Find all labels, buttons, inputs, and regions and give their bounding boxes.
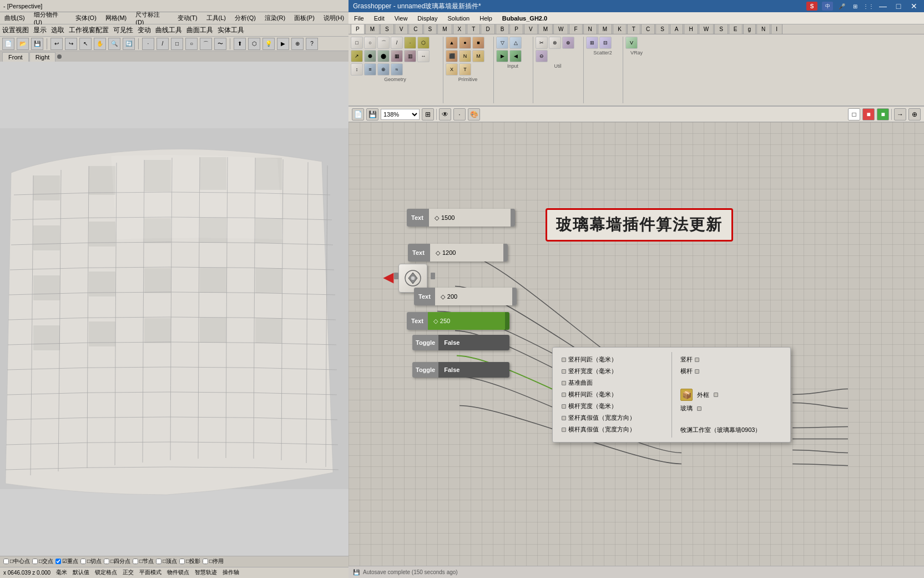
snap-intersect[interactable]: □交点 (32, 557, 53, 565)
tab-M4[interactable]: M (598, 24, 612, 34)
text200-value[interactable]: ◇ 200 (435, 288, 512, 305)
snap-project[interactable]: □投影 (179, 557, 200, 565)
grid-btn[interactable]: ⊞ (851, 2, 860, 11)
tab-options-icon[interactable] (57, 54, 62, 59)
tab-V2[interactable]: V (524, 24, 538, 34)
preview-off-btn[interactable]: · (453, 108, 466, 120)
new-btn[interactable]: 📄 (2, 38, 14, 50)
icon-data1[interactable]: ≡ (364, 63, 376, 76)
menu-panels[interactable]: 面板(P) (292, 13, 317, 23)
smart-track[interactable]: 智慧轨迹 (195, 569, 217, 576)
icon-line[interactable]: / (391, 37, 403, 49)
tab-E[interactable]: E (729, 24, 743, 34)
icon-point[interactable]: · (404, 37, 416, 49)
snap-mid[interactable]: ☑重点 (55, 557, 78, 565)
icon-surface2[interactable]: ⬤ (377, 50, 390, 62)
green-btn[interactable]: ■ (877, 108, 889, 120)
node-text-1200[interactable]: Text ◇ 1200 (408, 244, 508, 262)
tab-K[interactable]: K (613, 24, 627, 34)
snap-vertex[interactable]: □顶点 (156, 557, 177, 565)
help-icon-btn[interactable]: ? (306, 38, 318, 50)
tab-C2[interactable]: C (641, 24, 655, 34)
input-icon4[interactable]: ◀ (509, 50, 522, 62)
gh-menu-display[interactable]: Display (414, 14, 441, 23)
toggle2-value[interactable]: False (438, 362, 505, 378)
prim-icon8[interactable]: T (459, 63, 471, 76)
red-btn[interactable]: ■ (862, 108, 875, 120)
zoom-extents-btn[interactable]: ⊞ (422, 108, 434, 120)
sec-menu-viewport[interactable]: 设置视图 (2, 26, 29, 35)
gh-canvas[interactable]: 玻璃幕墙插件算法更新 Text ◇ 1500 Text ◇ 1200 (349, 122, 924, 578)
icon-data2[interactable]: ⊕ (377, 63, 390, 76)
select-btn[interactable]: ↖ (79, 38, 92, 50)
right-btn1[interactable]: → (894, 108, 906, 120)
right-btn2[interactable]: ⊕ (908, 108, 921, 120)
node-text-250[interactable]: Text ◇ 250 (407, 312, 509, 330)
toggle1-out[interactable] (505, 335, 509, 350)
tab-M2[interactable]: M (437, 24, 452, 34)
gh-menu-bubalus[interactable]: Bubalus_GH2.0 (499, 14, 551, 23)
icon-arc[interactable]: ⌒ (377, 37, 390, 49)
prim-icon6[interactable]: M (472, 50, 484, 62)
sec-menu-transform[interactable]: 变动 (138, 26, 151, 35)
icon-vector[interactable]: ↗ (351, 50, 363, 62)
prim-icon1[interactable]: ▲ (446, 37, 458, 49)
input-icon1[interactable]: ▽ (496, 37, 508, 49)
circle-btn[interactable]: ○ (185, 38, 198, 50)
menu-tools[interactable]: 工具(L) (204, 13, 228, 23)
tab-P2[interactable]: P (509, 24, 523, 34)
undo-btn[interactable]: ↩ (51, 38, 63, 50)
icon-plane[interactable]: ⬡ (417, 37, 430, 49)
text1500-value[interactable]: ◇ 1500 (429, 209, 511, 227)
util-icon2[interactable]: ⊗ (549, 37, 561, 49)
obj-snap[interactable]: 物件锁点 (167, 569, 189, 576)
node-text-200[interactable]: Text ◇ 200 (414, 288, 517, 305)
point-btn[interactable]: · (142, 38, 154, 50)
icon-mesh1[interactable]: ▦ (391, 50, 403, 62)
snap-center[interactable]: □中心点 (3, 557, 30, 565)
node-toggle-1[interactable]: Toggle False (412, 335, 509, 350)
component-panel[interactable]: 竖杆间距（毫米） 竖杆宽度（毫米） 基准曲面 横杆间距（毫米） 横杆宽度（毫米） (552, 347, 791, 443)
gh-menu-view[interactable]: View (391, 14, 411, 23)
menu-curves[interactable]: 曲线(S) (2, 13, 27, 23)
prim-icon3[interactable]: ■ (472, 37, 484, 49)
ortho[interactable]: 正交 (123, 569, 134, 576)
tab-front[interactable]: Front (2, 52, 29, 62)
tab-S4[interactable]: S (714, 24, 728, 34)
menu-help[interactable]: 说明(H) (321, 13, 346, 23)
prim-icon2[interactable]: ● (459, 37, 471, 49)
tab-C[interactable]: C (408, 24, 422, 34)
snap-btn[interactable]: ⊕ (291, 38, 304, 50)
redo-btn[interactable]: ↪ (65, 38, 77, 50)
sec-menu-visible[interactable]: 可见性 (113, 26, 133, 35)
render-btn[interactable]: ▶ (277, 38, 289, 50)
rect-btn[interactable]: □ (171, 38, 183, 50)
tab-N2[interactable]: N (756, 24, 770, 34)
spline-btn[interactable]: 〜 (214, 38, 226, 50)
tab-B[interactable]: B (496, 24, 509, 34)
text1500-out[interactable] (511, 209, 515, 227)
scatter2-icon2[interactable]: ⊟ (599, 37, 612, 49)
text1200-out[interactable] (503, 244, 508, 262)
tab-P[interactable]: P (351, 24, 365, 34)
close-window[interactable]: S (806, 2, 817, 11)
vray-icon1[interactable]: V (625, 37, 638, 49)
minimize-btn[interactable]: — (877, 2, 888, 11)
sec-menu-surfaces[interactable]: 曲面工具 (186, 26, 213, 35)
text250-out[interactable] (505, 312, 509, 330)
gh-menu-solution[interactable]: Solution (444, 14, 473, 23)
tab-V[interactable]: V (395, 24, 408, 34)
tab-S[interactable]: S (380, 24, 394, 34)
text250-value[interactable]: ◇ 250 (428, 312, 505, 330)
sec-menu-solids[interactable]: 实体工具 (218, 26, 244, 35)
open-btn[interactable]: 📂 (17, 38, 29, 50)
tab-right[interactable]: Right (29, 52, 56, 62)
prim-icon5[interactable]: N (459, 50, 471, 62)
gh-save-btn[interactable]: 💾 (366, 108, 378, 120)
tab-X[interactable]: X (453, 24, 467, 34)
zh-btn[interactable]: 中 (822, 2, 833, 11)
snap-quad[interactable]: □四分点 (104, 557, 130, 565)
plane-mode[interactable]: 平面模式 (139, 569, 161, 576)
tab-S2[interactable]: S (423, 24, 437, 34)
line-btn[interactable]: / (156, 38, 169, 50)
